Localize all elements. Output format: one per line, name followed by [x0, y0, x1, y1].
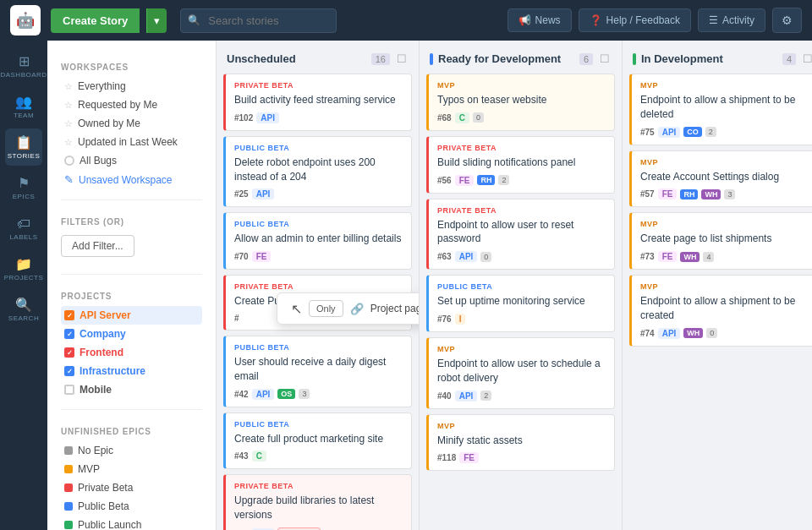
table-row[interactable]: MVP Create Account Settings dialog #57 F… — [629, 150, 812, 208]
column-ready-header: Ready for Development 6 ☐ — [420, 41, 622, 74]
workspace-unsaved[interactable]: ✎ Unsaved Workspace — [61, 170, 202, 189]
table-row[interactable]: PUBLIC BETA Delete robot endpoint uses 2… — [223, 136, 412, 208]
table-row[interactable]: PUBLIC BETA Set up uptime monitoring ser… — [426, 275, 615, 332]
workspace-everything[interactable]: ☆ Everything — [61, 77, 202, 96]
column-indev-select[interactable]: ☐ — [801, 51, 812, 67]
table-row[interactable]: PRIVATE BETA Upgrade build libraries to … — [223, 474, 412, 530]
table-row[interactable]: PRIVATE BETA Endpoint to allow user to r… — [426, 199, 615, 270]
epic-public-launch[interactable]: Public Launch — [61, 516, 202, 530]
logo-icon: 🤖 — [16, 11, 35, 30]
sidebar-item-dashboard[interactable]: ⊞ DASHBOARD — [5, 47, 42, 85]
epics-title: UNFINISHED EPICS — [61, 427, 202, 436]
avatar-badge: RH — [477, 175, 495, 185]
context-tooltip: ↖ Only 🔗 Project page — [277, 292, 419, 325]
project-frontend[interactable]: ✓ Frontend — [61, 343, 202, 362]
table-row[interactable]: PRIVATE BETA Build sliding notifications… — [426, 136, 615, 194]
add-filter-button[interactable]: Add Filter... — [61, 235, 134, 257]
search-input[interactable] — [180, 8, 337, 33]
table-row[interactable]: MVP Endpoint to allow a shipment to be d… — [629, 74, 812, 145]
labels-icon: 🏷 — [17, 216, 30, 232]
workspaces-title: WORKSPACES — [61, 63, 202, 72]
cursor-icon: ↖ — [291, 301, 302, 317]
project-page-label: Project page — [370, 303, 419, 314]
sidebar-item-stories[interactable]: 📋 STORIES — [5, 128, 42, 166]
avatar-badge: CO — [683, 127, 702, 137]
projects-section: PROJECTS ✓ API Server ✓ Company ✓ Fronte… — [47, 280, 216, 404]
settings-button[interactable]: ⚙ — [772, 8, 802, 33]
table-row[interactable]: MVP Create page to list shipments #73 FE… — [629, 212, 812, 270]
activity-icon: ☰ — [709, 14, 718, 26]
checkbox-mobile — [64, 385, 74, 395]
epic-no-epic[interactable]: No Epic — [61, 441, 202, 460]
activity-label: Activity — [722, 14, 754, 26]
create-story-dropdown-button[interactable]: ▾ — [146, 8, 167, 33]
ready-indicator — [430, 53, 433, 65]
sidebar-item-epics[interactable]: ⚑ EPICS — [5, 169, 42, 206]
table-row[interactable]: PUBLIC BETA Allow an admin to enter bill… — [223, 212, 412, 270]
team-icon: 👥 — [15, 94, 32, 110]
indev-indicator — [633, 53, 636, 65]
search-icon: 🔍 — [188, 14, 200, 26]
epics-section: UNFINISHED EPICS No Epic MVP Private Bet… — [47, 415, 216, 530]
table-row[interactable]: PUBLIC BETA Create full product marketin… — [223, 413, 412, 470]
stories-icon: 📋 — [15, 134, 32, 150]
column-indev-title: In Development — [641, 52, 777, 65]
indev-card-list: MVP Endpoint to allow a shipment to be d… — [623, 74, 812, 530]
column-unscheduled-title: Unscheduled — [227, 52, 366, 65]
news-icon: 📢 — [518, 14, 531, 26]
star-icon: ☆ — [64, 81, 73, 92]
workspace-allbugs[interactable]: All Bugs — [61, 151, 202, 170]
checkbox-infra: ✓ — [64, 366, 74, 376]
sidebar-item-labels[interactable]: 🏷 LABELS — [5, 210, 42, 247]
avatar-badge: WH — [683, 328, 703, 338]
avatar-badge: OS — [277, 389, 295, 399]
board-content: Unscheduled 16 ☐ PRIVATE BETA Build acti… — [217, 41, 812, 530]
table-row[interactable]: PRIVATE BETA Build activity feed streami… — [223, 74, 412, 131]
column-unscheduled-header: Unscheduled 16 ☐ — [217, 41, 419, 74]
project-company[interactable]: ✓ Company — [61, 325, 202, 343]
epic-public-beta[interactable]: Public Beta — [61, 497, 202, 516]
epic-mvp[interactable]: MVP — [61, 460, 202, 478]
activity-button[interactable]: ☰ Activity — [698, 8, 765, 32]
projects-title: PROJECTS — [61, 292, 202, 301]
board-columns: Unscheduled 16 ☐ PRIVATE BETA Build acti… — [217, 41, 812, 530]
avatar-badge-2: WH — [701, 189, 721, 199]
left-panel: WORKSPACES ☆ Everything ☆ Requested by M… — [47, 41, 217, 530]
help-button[interactable]: ❓ Help / Feedback — [579, 8, 691, 32]
table-row[interactable]: MVP Minify static assets #118 FE — [426, 414, 615, 472]
table-row[interactable]: MVP Endpoint to allow a shipment to be c… — [629, 275, 812, 347]
project-mobile[interactable]: Mobile — [61, 380, 202, 399]
checkbox-frontend: ✓ — [64, 347, 74, 358]
column-unscheduled-select[interactable]: ☐ — [395, 51, 409, 67]
project-infrastructure[interactable]: ✓ Infrastructure — [61, 362, 202, 380]
gear-icon: ⚙ — [782, 14, 793, 27]
create-story-button[interactable]: Create Story — [51, 8, 140, 33]
sidebar-item-team[interactable]: 👥 TEAM — [5, 88, 42, 125]
table-row[interactable]: MVP Typos on teaser website #68 C 0 — [426, 74, 615, 131]
workspaces-section: WORKSPACES ☆ Everything ☆ Requested by M… — [47, 51, 216, 194]
table-row[interactable]: PUBLIC BETA User should receive a daily … — [223, 336, 412, 407]
only-button[interactable]: Only — [309, 300, 343, 317]
column-unscheduled: Unscheduled 16 ☐ PRIVATE BETA Build acti… — [217, 41, 420, 530]
workspace-updated[interactable]: ☆ Updated in Last Week — [61, 133, 202, 151]
column-ready-select[interactable]: ☐ — [598, 51, 612, 67]
column-ready: Ready for Development 6 ☐ MVP Typos on t… — [420, 41, 623, 530]
star-icon-3: ☆ — [64, 118, 73, 129]
dashboard-icon: ⊞ — [19, 53, 30, 69]
logo[interactable]: 🤖 — [10, 5, 41, 36]
sidebar-item-search[interactable]: 🔍 SEARCH — [5, 291, 42, 328]
ready-card-list: MVP Typos on teaser website #68 C 0 PRIV… — [420, 74, 622, 530]
sidebar-item-projects[interactable]: 📁 PROJECTS — [5, 250, 42, 287]
news-button[interactable]: 📢 News — [508, 8, 572, 32]
epic-private-beta[interactable]: Private Beta — [61, 478, 202, 497]
epics-icon: ⚑ — [18, 175, 30, 191]
table-row[interactable]: PRIVATE BETA Create Public home page # ↖… — [223, 275, 412, 331]
news-label: News — [535, 14, 561, 26]
workspace-owned[interactable]: ☆ Owned by Me — [61, 114, 202, 133]
star-icon-4: ☆ — [64, 137, 73, 148]
workspace-requested[interactable]: ☆ Requested by Me — [61, 96, 202, 114]
help-label: Help / Feedback — [606, 14, 680, 26]
project-api-server[interactable]: ✓ API Server — [61, 306, 202, 325]
table-row[interactable]: MVP Endpoint to allow user to schedule a… — [426, 337, 615, 409]
column-ready-title: Ready for Development — [438, 52, 574, 65]
